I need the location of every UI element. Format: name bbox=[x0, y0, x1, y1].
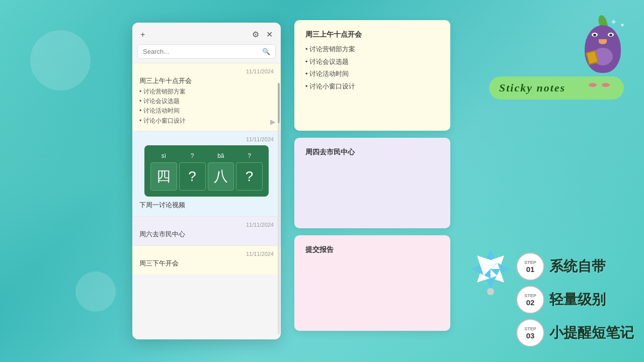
note-body: • 讨论营销部方案• 讨论会议选题• 讨论活动时间• 讨论小窗口设计 bbox=[139, 87, 274, 126]
step-badge-2: STEP 02 bbox=[516, 286, 544, 314]
sticky-note-body: • 讨论营销部方案• 讨论会议选题• 讨论活动时间• 讨论小窗口设计 bbox=[305, 43, 439, 93]
quiz-char-cell: ? bbox=[179, 162, 206, 191]
scrollbar-thumb[interactable] bbox=[278, 83, 280, 123]
step-number: 03 bbox=[526, 331, 535, 340]
scrollbar-track[interactable] bbox=[278, 83, 280, 334]
note-item[interactable]: 11/11/2024 周六去市民中心 bbox=[132, 216, 281, 245]
note-title: 周三下午开会 bbox=[139, 259, 274, 268]
note-arrow-icon: ▶ bbox=[270, 118, 276, 126]
steps-area: STEP 01 系统自带 STEP 02 轻量级别 STEP 03 小提醒短笔记 bbox=[516, 252, 634, 347]
step-label: STEP bbox=[524, 293, 536, 298]
quiz-card: sì ? bā ? 四 ? 八 ? bbox=[144, 145, 269, 197]
sticky-note-purple[interactable]: 周四去市民中心 bbox=[294, 138, 450, 228]
sticky-note-title: 周三上午十点开会 bbox=[305, 30, 439, 39]
note-item[interactable]: 11/11/2024 周三上午十点开会 • 讨论营销部方案• 讨论会议选题• 讨… bbox=[132, 63, 281, 131]
quiz-pinyin-row: sì ? bā ? bbox=[150, 151, 263, 160]
close-button[interactable]: ✕ bbox=[265, 29, 274, 40]
sticky-note-pink[interactable]: 提交报告 bbox=[294, 235, 450, 331]
quiz-pinyin-cell: ? bbox=[179, 151, 206, 160]
sticky-notes-area: 周三上午十点开会 • 讨论营销部方案• 讨论会议选题• 讨论活动时间• 讨论小窗… bbox=[294, 20, 450, 331]
step-description: 小提醒短笔记 bbox=[549, 323, 634, 342]
quiz-char-cell: ? bbox=[236, 162, 263, 191]
step-row-2: STEP 02 轻量级别 bbox=[516, 286, 634, 314]
note-item-quiz[interactable]: 11/11/2024 sì ? bā ? 四 ? 八 ? 下周一讨论视频 bbox=[132, 131, 281, 216]
step-label: STEP bbox=[524, 260, 536, 265]
sparkle-icon: ✦ bbox=[610, 17, 617, 28]
notes-list: 11/11/2024 周三上午十点开会 • 讨论营销部方案• 讨论会议选题• 讨… bbox=[132, 63, 281, 339]
quiz-char-cell: 四 bbox=[150, 162, 177, 191]
step-number: 02 bbox=[526, 298, 535, 307]
note-title: 下周一讨论视频 bbox=[139, 201, 274, 210]
header-icons: ⚙ ✕ bbox=[251, 29, 274, 40]
pinwheel-decoration bbox=[468, 269, 513, 314]
note-date: 11/11/2024 bbox=[139, 136, 274, 142]
note-date: 11/11/2024 bbox=[139, 251, 274, 257]
step-label: STEP bbox=[524, 326, 536, 331]
step-badge-1: STEP 01 bbox=[516, 252, 544, 281]
step-row-3: STEP 03 小提醒短笔记 bbox=[516, 319, 634, 347]
sticky-note-title: 提交报告 bbox=[305, 245, 439, 254]
branding-area: ✦ ✦ Sticky notes bbox=[489, 14, 630, 100]
quiz-pinyin-cell: ? bbox=[236, 151, 263, 160]
sticky-note-title: 周四去市民中心 bbox=[305, 148, 439, 157]
note-title: 周三上午十点开会 bbox=[139, 76, 274, 85]
quiz-char-grid: 四 ? 八 ? bbox=[150, 162, 263, 191]
search-bar[interactable]: 🔍 bbox=[137, 44, 276, 59]
settings-button[interactable]: ⚙ bbox=[251, 29, 260, 40]
note-date: 11/11/2024 bbox=[139, 222, 274, 228]
search-input[interactable] bbox=[143, 48, 259, 55]
mascot-body bbox=[585, 25, 621, 73]
step-row-1: STEP 01 系统自带 bbox=[516, 252, 634, 281]
quiz-char-cell: 八 bbox=[208, 162, 234, 191]
note-title: 周六去市民中心 bbox=[139, 230, 274, 239]
sticky-note-yellow[interactable]: 周三上午十点开会 • 讨论营销部方案• 讨论会议选题• 讨论活动时间• 讨论小窗… bbox=[294, 20, 450, 131]
notes-panel: + ⚙ ✕ 🔍 11/11/2024 周三上午十点开会 • 讨论营销部方案• 讨… bbox=[132, 23, 281, 339]
quiz-pinyin-cell: bā bbox=[208, 151, 234, 160]
note-item[interactable]: 11/11/2024 周三下午开会 bbox=[132, 245, 281, 275]
add-note-button[interactable]: + bbox=[139, 29, 146, 40]
step-number: 01 bbox=[526, 265, 535, 274]
panel-header: + ⚙ ✕ bbox=[132, 23, 281, 44]
step-badge-3: STEP 03 bbox=[516, 319, 544, 347]
mascot: ✦ ✦ bbox=[580, 14, 630, 89]
step-description: 系统自带 bbox=[549, 257, 606, 276]
quiz-pinyin-cell: sì bbox=[150, 151, 177, 160]
brand-text: Sticky notes bbox=[499, 81, 566, 95]
step-description: 轻量级别 bbox=[549, 290, 606, 309]
note-date: 11/11/2024 bbox=[139, 68, 274, 74]
sparkle-icon: ✦ bbox=[620, 22, 625, 29]
search-icon: 🔍 bbox=[262, 48, 270, 55]
